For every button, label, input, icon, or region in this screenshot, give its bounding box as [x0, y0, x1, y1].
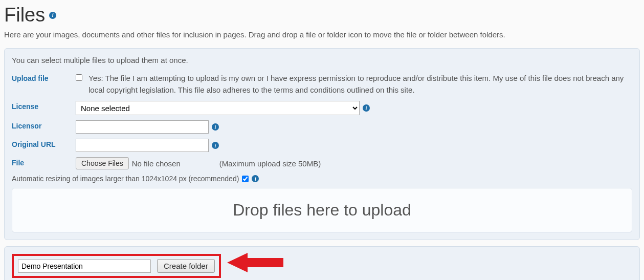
upload-agreement-checkbox[interactable] [76, 74, 82, 81]
license-select[interactable]: None selected [76, 101, 360, 115]
page-title: Files [4, 4, 45, 26]
file-label: File [12, 157, 76, 167]
upload-file-label: Upload file [12, 73, 76, 82]
upload-panel: You can select multiple files to upload … [4, 48, 640, 240]
folder-name-input[interactable] [18, 260, 151, 273]
page-description: Here are your images, documents and othe… [4, 30, 640, 39]
drop-zone[interactable]: Drop files here to upload [12, 188, 632, 232]
create-folder-button[interactable]: Create folder [157, 259, 215, 273]
choose-files-button[interactable]: Choose Files [76, 157, 129, 169]
info-icon[interactable]: i [252, 175, 259, 182]
info-icon[interactable]: i [212, 142, 219, 149]
create-folder-panel: Create folder [4, 246, 640, 280]
info-icon[interactable]: i [49, 12, 56, 19]
svg-marker-0 [227, 253, 283, 272]
license-label: License [12, 101, 76, 111]
arrow-annotation [227, 252, 283, 273]
file-status-text: No file chosen [132, 159, 181, 168]
info-icon[interactable]: i [212, 123, 219, 131]
original-url-label: Original URL [12, 139, 76, 148]
upload-intro: You can select multiple files to upload … [12, 56, 632, 64]
resize-label: Automatic resizing of images larger than… [12, 175, 239, 183]
resize-checkbox[interactable] [242, 176, 249, 182]
licensor-input[interactable] [76, 120, 209, 134]
max-upload-size: (Maximum upload size 50MB) [219, 159, 321, 168]
upload-agreement-text: Yes: The file I am attempting to upload … [88, 73, 632, 96]
licensor-label: Licensor [12, 120, 76, 130]
original-url-input[interactable] [76, 139, 209, 152]
info-icon[interactable]: i [363, 104, 370, 112]
highlight-annotation: Create folder [12, 254, 221, 278]
